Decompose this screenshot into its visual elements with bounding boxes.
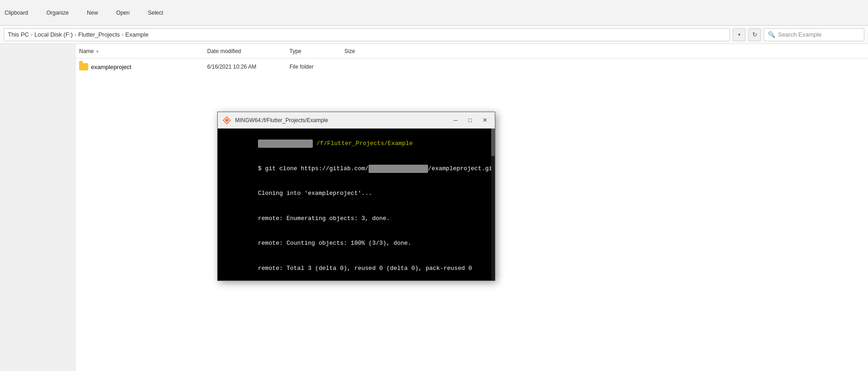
sidebar xyxy=(0,44,75,371)
terminal-line-3: Cloning into 'exampleproject'... xyxy=(222,181,490,206)
file-type: File folder xyxy=(289,64,344,70)
col-header-type[interactable]: Type xyxy=(289,48,344,54)
file-list: exampleproject 6/16/2021 10:26 AM File f… xyxy=(75,59,868,75)
path-flutterprojects: Flutter_Projects xyxy=(78,31,120,38)
path-localdisk: Local Disk (F:) xyxy=(34,31,73,38)
col-header-date[interactable]: Date modified xyxy=(207,48,289,54)
toolbar-open[interactable]: Open xyxy=(116,10,129,16)
refresh-button[interactable]: ↻ xyxy=(748,28,761,41)
toolbar-select[interactable]: Select xyxy=(148,10,163,16)
column-headers: Name ▲ Date modified Type Size xyxy=(75,44,868,59)
col-header-size[interactable]: Size xyxy=(344,48,381,54)
address-dropdown-button[interactable]: ▾ xyxy=(733,28,745,41)
path-example: Example xyxy=(125,31,149,38)
address-bar-row: This PC › Local Disk (F:) › Flutter_Proj… xyxy=(0,26,868,44)
terminal-line-1: /f/Flutter_Projects/Example xyxy=(222,131,490,156)
terminal-scrollbar[interactable] xyxy=(491,129,495,280)
address-bar[interactable]: This PC › Local Disk (F:) › Flutter_Proj… xyxy=(4,28,730,41)
toolbar-clipboard[interactable]: Clipboard xyxy=(5,10,28,16)
terminal-maximize-button[interactable]: □ xyxy=(465,115,476,126)
terminal-window: MINGW64:/f/Flutter_Projects/Example ─ □ … xyxy=(217,112,495,281)
svg-point-2 xyxy=(225,119,228,122)
terminal-close-button[interactable]: ✕ xyxy=(479,115,490,126)
table-row[interactable]: exampleproject 6/16/2021 10:26 AM File f… xyxy=(75,60,868,73)
main-content: Name ▲ Date modified Type Size examplepr… xyxy=(0,44,868,371)
toolbar: Clipboard Organize New Open Select xyxy=(0,0,868,26)
toolbar-new[interactable]: New xyxy=(87,10,98,16)
terminal-blurred-url xyxy=(369,165,428,173)
sort-arrow-icon: ▲ xyxy=(96,49,99,53)
terminal-scrollbar-thumb xyxy=(491,129,495,156)
terminal-titlebar: MINGW64:/f/Flutter_Projects/Example ─ □ … xyxy=(218,112,495,129)
terminal-line-6: remote: Total 3 (delta 0), reused 0 (del… xyxy=(222,256,490,280)
terminal-line-2: $ git clone https://gitlab.com/ /example… xyxy=(222,156,490,182)
terminal-title: MINGW64:/f/Flutter_Projects/Example xyxy=(235,117,446,124)
search-icon: 🔍 xyxy=(768,31,775,38)
terminal-logo-icon xyxy=(222,116,231,125)
sep2: › xyxy=(75,32,76,38)
search-box[interactable]: 🔍 Search Example xyxy=(764,28,864,41)
col-header-name[interactable]: Name ▲ xyxy=(79,48,207,54)
path-thispc: This PC xyxy=(8,31,29,38)
toolbar-organize[interactable]: Organize xyxy=(46,10,69,16)
sep3: › xyxy=(122,32,123,38)
terminal-minimize-button[interactable]: ─ xyxy=(450,115,461,126)
search-placeholder: Search Example xyxy=(778,31,821,38)
terminal-body[interactable]: /f/Flutter_Projects/Example $ git clone … xyxy=(218,129,495,280)
terminal-line-5: remote: Counting objects: 100% (3/3), do… xyxy=(222,231,490,256)
terminal-line-4: remote: Enumerating objects: 3, done. xyxy=(222,206,490,231)
folder-icon xyxy=(79,63,88,70)
terminal-blurred-user xyxy=(258,140,313,148)
file-date: 6/16/2021 10:26 AM xyxy=(207,64,289,70)
file-name: exampleproject xyxy=(91,64,207,70)
sep1: › xyxy=(31,32,32,38)
file-area: Name ▲ Date modified Type Size examplepr… xyxy=(75,44,868,371)
